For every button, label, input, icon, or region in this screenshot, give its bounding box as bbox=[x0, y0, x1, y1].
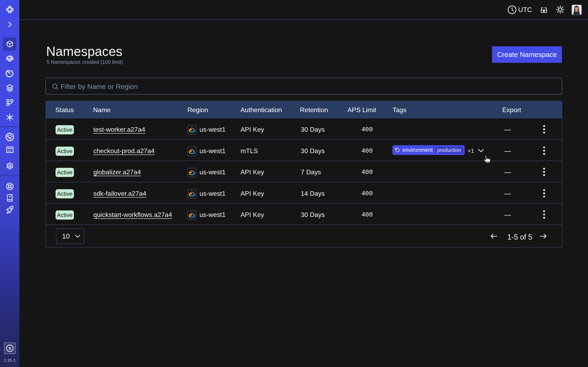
svg-text:$: $ bbox=[9, 346, 11, 350]
